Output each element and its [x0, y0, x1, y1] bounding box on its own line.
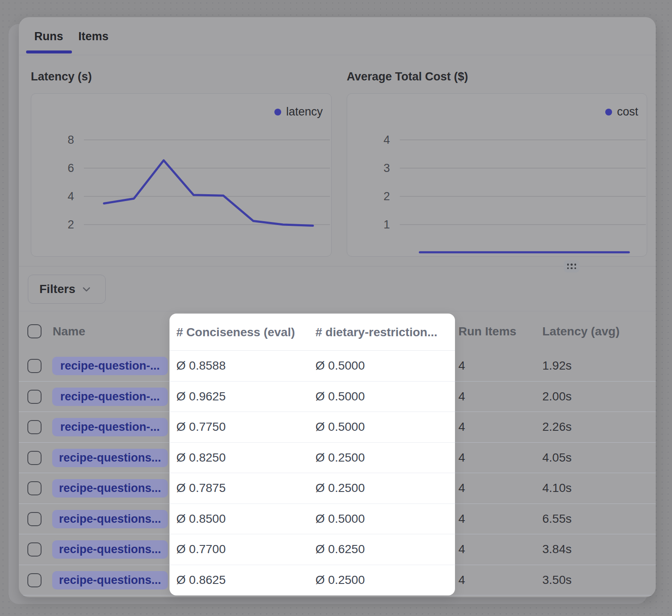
row-checkbox[interactable]	[27, 481, 42, 495]
conciseness-cell: Ø 0.7875	[176, 473, 226, 503]
run-name-badge[interactable]: recipe-question-...	[52, 418, 168, 436]
cost-chart-card: 1234 cost	[347, 93, 647, 257]
active-tab-underline	[26, 50, 72, 53]
row-checkbox[interactable]	[27, 542, 42, 557]
dietary-cell: Ø 0.5000	[315, 504, 365, 534]
spotlight-row[interactable]: Ø 0.8250 Ø 0.2500	[169, 443, 455, 474]
tab-items[interactable]: Items	[78, 30, 109, 43]
svg-text:1: 1	[384, 218, 390, 231]
spotlight-row[interactable]: Ø 0.9625 Ø 0.5000	[169, 382, 455, 412]
latency-chart-card: 2468 latency	[31, 93, 332, 257]
dietary-cell: Ø 0.2500	[315, 473, 365, 503]
svg-text:3: 3	[384, 162, 390, 175]
run-items-cell: 4	[458, 412, 465, 442]
dietary-cell: Ø 0.5000	[315, 412, 365, 442]
latency-cell: 3.50s	[542, 565, 572, 595]
latency-cell: 2.26s	[542, 412, 572, 442]
conciseness-cell: Ø 0.8500	[176, 504, 226, 534]
run-items-cell: 4	[458, 351, 465, 381]
run-items-cell: 4	[458, 504, 465, 534]
spotlight-row[interactable]: Ø 0.7750 Ø 0.5000	[169, 412, 455, 443]
conciseness-cell: Ø 0.9625	[176, 382, 226, 412]
cost-legend-label: cost	[617, 105, 638, 118]
row-checkbox[interactable]	[27, 573, 42, 587]
page-background: { "tabs": [{ "label": "Runs" }, { "label…	[0, 0, 672, 616]
svg-text:6: 6	[68, 162, 74, 175]
filters-button-label: Filters	[39, 282, 75, 296]
charts-table-divider	[19, 266, 656, 267]
run-name-badge[interactable]: recipe-questions...	[52, 510, 168, 528]
spotlight-row[interactable]: Ø 0.8500 Ø 0.5000	[169, 504, 455, 535]
svg-text:4: 4	[384, 133, 390, 146]
svg-text:4: 4	[68, 190, 74, 203]
cost-legend: cost	[605, 105, 638, 118]
spotlight-row[interactable]: Ø 0.8588 Ø 0.5000	[169, 351, 455, 382]
conciseness-cell: Ø 0.8250	[176, 443, 226, 473]
conciseness-cell: Ø 0.8625	[176, 565, 226, 596]
spotlight-row[interactable]: Ø 0.7700 Ø 0.6250	[169, 534, 455, 565]
latency-cell: 1.92s	[542, 351, 572, 381]
row-checkbox[interactable]	[27, 451, 42, 465]
run-name-badge[interactable]: recipe-questions...	[52, 479, 168, 498]
run-name-badge[interactable]: recipe-questions...	[52, 540, 168, 559]
svg-text:2: 2	[384, 190, 390, 203]
chevron-down-icon	[81, 284, 92, 294]
conciseness-cell: Ø 0.7700	[176, 534, 226, 565]
row-checkbox[interactable]	[27, 390, 42, 404]
cost-chart-title: Average Total Cost ($)	[347, 70, 468, 83]
dietary-cell: Ø 0.5000	[315, 351, 365, 381]
latency-legend-label: latency	[286, 105, 323, 118]
grip-dots-icon	[567, 264, 577, 269]
run-items-cell: 4	[458, 382, 465, 412]
select-all-checkbox[interactable]	[27, 324, 42, 338]
svg-text:2: 2	[68, 218, 74, 231]
spotlight-row[interactable]: Ø 0.8625 Ø 0.2500	[169, 565, 455, 596]
conciseness-cell: Ø 0.7750	[176, 412, 226, 442]
svg-text:8: 8	[68, 133, 74, 146]
column-header-dietary[interactable]: # dietary-restriction...	[315, 314, 437, 351]
latency-chart-title: Latency (s)	[31, 70, 92, 83]
column-header-conciseness[interactable]: # Conciseness (eval)	[176, 314, 295, 351]
latency-cell: 3.84s	[542, 534, 572, 565]
latency-legend: latency	[274, 105, 323, 118]
run-name-badge[interactable]: recipe-questions...	[52, 449, 168, 467]
filters-button[interactable]: Filters	[28, 275, 106, 304]
cost-chart: 1234	[347, 94, 648, 257]
latency-cell: 2.00s	[542, 382, 572, 412]
column-header-name[interactable]: Name	[53, 311, 85, 351]
resize-handle[interactable]	[564, 260, 580, 272]
latency-cell: 4.05s	[542, 443, 572, 473]
row-checkbox[interactable]	[27, 420, 42, 434]
run-name-badge[interactable]: recipe-question-...	[52, 357, 168, 375]
dietary-cell: Ø 0.2500	[315, 443, 365, 473]
row-checkbox[interactable]	[27, 512, 42, 526]
run-name-badge[interactable]: recipe-questions...	[52, 571, 168, 589]
run-items-cell: 4	[458, 473, 465, 503]
conciseness-cell: Ø 0.8588	[176, 351, 226, 381]
tab-runs[interactable]: Runs	[34, 30, 63, 43]
column-header-latency-avg[interactable]: Latency (avg)	[542, 311, 620, 351]
run-items-cell: 4	[458, 565, 465, 595]
run-items-cell: 4	[458, 534, 465, 565]
spotlight-header-row: # Conciseness (eval) # dietary-restricti…	[169, 314, 455, 351]
row-checkbox[interactable]	[27, 359, 42, 373]
dietary-cell: Ø 0.6250	[315, 534, 365, 565]
latency-cell: 4.10s	[542, 473, 572, 503]
cost-legend-dot-icon	[605, 109, 612, 116]
run-items-cell: 4	[458, 443, 465, 473]
spotlight-row[interactable]: Ø 0.7875 Ø 0.2500	[169, 473, 455, 504]
dietary-cell: Ø 0.5000	[315, 382, 365, 412]
dietary-cell: Ø 0.2500	[315, 565, 365, 596]
run-name-badge[interactable]: recipe-question-...	[52, 388, 168, 406]
latency-cell: 6.55s	[542, 504, 572, 534]
tab-bar: Runs Items	[19, 17, 656, 55]
highlighted-columns-panel: # Conciseness (eval) # dietary-restricti…	[169, 314, 455, 595]
column-header-run-items[interactable]: Run Items	[458, 311, 516, 351]
latency-legend-dot-icon	[274, 109, 281, 116]
